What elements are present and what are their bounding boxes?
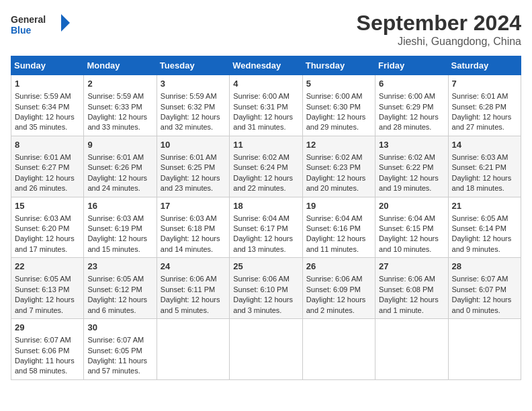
daylight-text: Daylight: 12 hours and 31 minutes. <box>233 113 293 131</box>
sunset-text: Sunset: 6:31 PM <box>233 103 287 111</box>
sunrise-text: Sunrise: 6:00 AM <box>233 92 290 100</box>
day-number: 3 <box>161 78 226 90</box>
calendar-cell: 9Sunrise: 6:01 AMSunset: 6:26 PMDaylight… <box>84 136 157 197</box>
sunrise-text: Sunrise: 5:59 AM <box>87 92 144 100</box>
sunset-text: Sunset: 6:22 PM <box>379 163 433 171</box>
sunrise-text: Sunrise: 6:02 AM <box>233 153 290 161</box>
daylight-text: Daylight: 12 hours and 23 minutes. <box>161 174 220 192</box>
day-number: 26 <box>306 261 371 273</box>
calendar-cell: 19Sunrise: 6:04 AMSunset: 6:16 PMDayligh… <box>302 197 375 258</box>
daylight-text: Daylight: 12 hours and 10 minutes. <box>379 234 439 253</box>
calendar-cell: 20Sunrise: 6:04 AMSunset: 6:15 PMDayligh… <box>375 197 448 258</box>
sunset-text: Sunset: 6:16 PM <box>306 224 361 232</box>
month-year: September 2024 <box>357 11 521 36</box>
calendar-cell: 27Sunrise: 6:06 AMSunset: 6:08 PMDayligh… <box>375 258 448 319</box>
sunset-text: Sunset: 6:24 PM <box>233 163 287 171</box>
day-number: 19 <box>306 200 371 212</box>
day-number: 22 <box>15 261 80 273</box>
sunrise-text: Sunrise: 6:01 AM <box>87 153 144 161</box>
day-number: 13 <box>379 139 444 151</box>
daylight-text: Daylight: 12 hours and 3 minutes. <box>233 295 293 314</box>
calendar-table: Sunday Monday Tuesday Wednesday Thursday… <box>11 56 521 380</box>
sunrise-text: Sunrise: 6:01 AM <box>452 92 508 100</box>
sunset-text: Sunset: 6:28 PM <box>452 103 506 111</box>
day-number: 1 <box>15 78 80 90</box>
sunset-text: Sunset: 6:30 PM <box>306 103 361 111</box>
day-number: 16 <box>87 200 152 212</box>
sunset-text: Sunset: 6:12 PM <box>87 285 142 293</box>
sunset-text: Sunset: 6:29 PM <box>379 103 433 111</box>
calendar-cell: 15Sunrise: 6:03 AMSunset: 6:20 PMDayligh… <box>11 197 84 258</box>
day-number: 21 <box>452 200 517 212</box>
day-number: 10 <box>161 139 226 151</box>
calendar-cell <box>157 319 229 380</box>
svg-text:Blue: Blue <box>11 25 32 36</box>
daylight-text: Daylight: 12 hours and 19 minutes. <box>379 174 439 192</box>
daylight-text: Daylight: 12 hours and 26 minutes. <box>15 174 75 192</box>
daylight-text: Daylight: 12 hours and 33 minutes. <box>87 113 147 131</box>
day-number: 7 <box>452 78 517 90</box>
sunrise-text: Sunrise: 5:59 AM <box>15 92 71 100</box>
col-thursday: Thursday <box>302 56 375 75</box>
sunset-text: Sunset: 6:20 PM <box>15 224 69 232</box>
sunrise-text: Sunrise: 6:00 AM <box>306 92 363 100</box>
daylight-text: Daylight: 12 hours and 9 minutes. <box>452 234 512 253</box>
sunrise-text: Sunrise: 6:03 AM <box>452 153 508 161</box>
daylight-text: Daylight: 11 hours and 58 minutes. <box>15 357 75 375</box>
sunrise-text: Sunrise: 6:03 AM <box>161 214 217 222</box>
sunrise-text: Sunrise: 6:07 AM <box>15 336 71 344</box>
calendar-cell: 18Sunrise: 6:04 AMSunset: 6:17 PMDayligh… <box>230 197 302 258</box>
daylight-text: Daylight: 11 hours and 57 minutes. <box>87 357 147 375</box>
sunset-text: Sunset: 6:07 PM <box>452 285 506 293</box>
calendar-cell: 26Sunrise: 6:06 AMSunset: 6:09 PMDayligh… <box>302 258 375 319</box>
logo: General Blue <box>11 11 71 38</box>
day-number: 6 <box>379 78 444 90</box>
sunrise-text: Sunrise: 6:05 AM <box>15 275 71 283</box>
day-number: 18 <box>233 200 298 212</box>
sunrise-text: Sunrise: 6:06 AM <box>233 275 290 283</box>
sunrise-text: Sunrise: 6:06 AM <box>161 275 217 283</box>
sunset-text: Sunset: 6:14 PM <box>452 224 506 232</box>
sunset-text: Sunset: 6:05 PM <box>87 347 142 355</box>
sunrise-text: Sunrise: 6:07 AM <box>452 275 508 283</box>
daylight-text: Daylight: 12 hours and 5 minutes. <box>161 295 220 314</box>
calendar-cell: 6Sunrise: 6:00 AMSunset: 6:29 PMDaylight… <box>375 75 448 136</box>
sunset-text: Sunset: 6:21 PM <box>452 163 506 171</box>
location: Jieshi, Guangdong, China <box>357 36 521 48</box>
sunset-text: Sunset: 6:19 PM <box>87 224 142 232</box>
calendar-cell: 7Sunrise: 6:01 AMSunset: 6:28 PMDaylight… <box>448 75 521 136</box>
calendar-cell: 8Sunrise: 6:01 AMSunset: 6:27 PMDaylight… <box>11 136 84 197</box>
calendar-cell: 12Sunrise: 6:02 AMSunset: 6:23 PMDayligh… <box>302 136 375 197</box>
day-number: 25 <box>233 261 298 273</box>
col-friday: Friday <box>375 56 448 75</box>
svg-marker-2 <box>61 14 70 32</box>
day-number: 29 <box>15 322 80 334</box>
sunrise-text: Sunrise: 6:06 AM <box>306 275 363 283</box>
sunset-text: Sunset: 6:33 PM <box>87 103 142 111</box>
calendar-cell: 17Sunrise: 6:03 AMSunset: 6:18 PMDayligh… <box>157 197 229 258</box>
sunset-text: Sunset: 6:27 PM <box>15 163 69 171</box>
day-number: 14 <box>452 139 517 151</box>
calendar-cell: 28Sunrise: 6:07 AMSunset: 6:07 PMDayligh… <box>448 258 521 319</box>
calendar-week-row: 29Sunrise: 6:07 AMSunset: 6:06 PMDayligh… <box>11 319 521 380</box>
calendar-cell: 5Sunrise: 6:00 AMSunset: 6:30 PMDaylight… <box>302 75 375 136</box>
daylight-text: Daylight: 12 hours and 24 minutes. <box>87 174 147 192</box>
day-number: 15 <box>15 200 80 212</box>
sunset-text: Sunset: 6:13 PM <box>15 285 69 293</box>
daylight-text: Daylight: 12 hours and 13 minutes. <box>233 234 293 253</box>
calendar-cell <box>448 319 521 380</box>
sunset-text: Sunset: 6:15 PM <box>379 224 433 232</box>
sunrise-text: Sunrise: 5:59 AM <box>161 92 217 100</box>
calendar-cell: 14Sunrise: 6:03 AMSunset: 6:21 PMDayligh… <box>448 136 521 197</box>
calendar-cell: 1Sunrise: 5:59 AMSunset: 6:34 PMDaylight… <box>11 75 84 136</box>
sunrise-text: Sunrise: 6:04 AM <box>233 214 290 222</box>
day-number: 30 <box>87 322 152 334</box>
daylight-text: Daylight: 12 hours and 11 minutes. <box>306 234 366 253</box>
sunset-text: Sunset: 6:18 PM <box>161 224 215 232</box>
day-number: 27 <box>379 261 444 273</box>
logo-svg: General Blue <box>11 11 71 38</box>
sunset-text: Sunset: 6:06 PM <box>15 347 69 355</box>
day-number: 28 <box>452 261 517 273</box>
sunset-text: Sunset: 6:11 PM <box>161 285 215 293</box>
calendar-cell: 25Sunrise: 6:06 AMSunset: 6:10 PMDayligh… <box>230 258 302 319</box>
